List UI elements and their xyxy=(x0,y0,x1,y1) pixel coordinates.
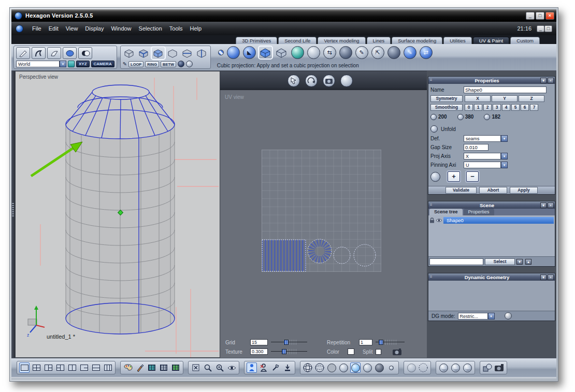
uv-snapshot-icon[interactable] xyxy=(323,75,335,87)
uv-head-icon[interactable] xyxy=(340,75,353,87)
grid-input[interactable] xyxy=(250,339,268,345)
cylindrical-projection-icon[interactable] xyxy=(275,47,288,59)
perspective-viewport[interactable]: Perspective view untitled_1 * xyxy=(15,71,220,358)
pen-tool-icon[interactable] xyxy=(16,47,30,59)
select-button[interactable]: Select xyxy=(485,258,515,265)
child-minimize-button[interactable]: _ xyxy=(537,25,544,32)
scene-filter-input[interactable] xyxy=(429,258,483,265)
symmetry-y-button[interactable]: Y xyxy=(492,95,518,102)
dg-mode-arrow-icon[interactable]: ▼ xyxy=(488,313,495,320)
display-textured-icon[interactable] xyxy=(350,362,361,373)
properties-close-icon[interactable]: × xyxy=(548,78,554,83)
scene-tree-row[interactable]: Shape0 xyxy=(429,216,554,224)
repetition-input[interactable] xyxy=(359,339,372,345)
layout-quad-view-icon[interactable] xyxy=(31,362,41,373)
split-checkbox[interactable] xyxy=(376,349,381,355)
pinning-axis-dropdown[interactable]: U ▼ xyxy=(464,162,508,168)
select-edges-icon[interactable] xyxy=(137,47,150,59)
camera-button[interactable]: CAMERA xyxy=(91,61,114,67)
menu-tools[interactable]: Tools xyxy=(166,24,186,33)
display-material-icon[interactable] xyxy=(362,362,372,373)
display-wireframe-icon[interactable] xyxy=(303,362,313,373)
properties-collapse-icon[interactable]: ▼ xyxy=(540,78,547,83)
gap-size-input[interactable] xyxy=(464,144,488,151)
scene-down-icon[interactable]: ▼ xyxy=(516,259,523,265)
name-input[interactable] xyxy=(464,86,547,93)
menu-help[interactable]: Help xyxy=(186,24,206,33)
material-sphere-icon[interactable] xyxy=(482,362,493,373)
display-dark-icon[interactable] xyxy=(374,362,384,373)
properties-header[interactable]: ≡ Properties ▼ × xyxy=(428,77,555,84)
layout-three-left-icon[interactable] xyxy=(55,362,65,373)
tab-second-life[interactable]: Second Life xyxy=(278,37,317,44)
tab-vertex-modeling[interactable]: Vertex modeling xyxy=(318,37,365,44)
lock-icon[interactable] xyxy=(429,217,435,223)
grid-slider[interactable] xyxy=(271,340,307,345)
smoothing-0-button[interactable]: 0 xyxy=(465,104,473,111)
transparency-icon[interactable] xyxy=(406,362,416,373)
betw-button[interactable]: BETW xyxy=(161,61,176,67)
symmetry-z-button[interactable]: Z xyxy=(519,95,544,102)
curve-tool-icon[interactable] xyxy=(32,47,46,59)
tab-surface-modeling[interactable]: Surface modeling xyxy=(392,37,442,44)
select-loop-icon[interactable] xyxy=(181,47,194,59)
smoothing-6-button[interactable]: 6 xyxy=(521,104,529,111)
unfold-tool-icon[interactable] xyxy=(291,46,304,59)
checker-material-icon[interactable] xyxy=(218,50,224,55)
stretch-tool-icon[interactable]: ⇱ xyxy=(371,46,384,59)
close-view-icon[interactable] xyxy=(191,362,201,373)
pen-paint-icon[interactable]: ✎ xyxy=(355,46,368,59)
uv-rotate-tool-icon[interactable] xyxy=(305,75,318,87)
layout-three-right-icon[interactable] xyxy=(43,362,53,373)
ellipse-tool-icon[interactable] xyxy=(63,47,77,59)
symmetry-map-icon[interactable]: ⇆ xyxy=(323,46,336,59)
texture-grid-green-icon[interactable] xyxy=(170,362,181,373)
layout-two-horizontal-icon[interactable] xyxy=(91,362,101,373)
paintbrush-icon[interactable] xyxy=(135,362,145,373)
arc-tool-icon[interactable] xyxy=(47,47,61,59)
smoothing-off-icon[interactable] xyxy=(438,362,449,373)
soft-selection-on-icon[interactable] xyxy=(186,61,193,67)
close-button[interactable]: × xyxy=(545,12,554,20)
tab-uv-paint[interactable]: UV & Paint xyxy=(473,37,509,44)
world-dropdown-arrow-icon[interactable]: ▼ xyxy=(60,61,66,67)
smoothing-button[interactable]: Smoothing xyxy=(430,104,463,111)
scene-up-icon[interactable]: ▲ xyxy=(525,259,531,265)
repetition-slider[interactable] xyxy=(376,340,405,345)
display-flat-icon[interactable] xyxy=(326,362,337,373)
color-swatch[interactable] xyxy=(348,349,354,355)
display-point-icon[interactable] xyxy=(386,362,396,373)
palette-icon[interactable] xyxy=(123,362,133,373)
smoothing-5-button[interactable]: 5 xyxy=(511,104,520,111)
scene-item-shape0[interactable]: Shape0 xyxy=(443,217,554,224)
remove-seam-button[interactable]: − xyxy=(466,171,479,182)
smoothing-medium-icon[interactable] xyxy=(450,362,461,373)
dg-indicator-icon[interactable] xyxy=(505,312,512,320)
manipulator-drop-icon[interactable] xyxy=(282,362,293,373)
smoothing-4-button[interactable]: 4 xyxy=(502,104,510,111)
tab-3d-primitives[interactable]: 3D Primitives xyxy=(236,37,277,44)
magnifier-icon[interactable] xyxy=(203,362,213,373)
smoothing-3-button[interactable]: 3 xyxy=(493,104,501,111)
maximize-button[interactable]: □ xyxy=(536,12,544,20)
tab-custom[interactable]: Custom xyxy=(510,37,540,44)
uv-move-tool-icon[interactable] xyxy=(288,75,300,87)
dg-close-icon[interactable]: × xyxy=(548,274,554,280)
abort-button[interactable]: Abort xyxy=(479,187,507,194)
eye-icon[interactable] xyxy=(436,218,442,223)
select-faces-icon[interactable] xyxy=(152,47,165,59)
child-restore-button[interactable]: □ xyxy=(544,25,552,32)
title-bar[interactable]: Hexagon Version 2.5.0.5 _ □ × xyxy=(11,9,556,22)
texture-grid-teal-icon[interactable] xyxy=(147,362,157,373)
select-points-icon[interactable] xyxy=(123,47,136,59)
tab-utilities[interactable]: Utilities xyxy=(443,37,472,44)
texture-input[interactable] xyxy=(250,349,268,355)
menu-edit[interactable]: Edit xyxy=(45,24,62,33)
tab-scene-tree[interactable]: Scene tree xyxy=(429,209,463,215)
layout-single-view-icon[interactable] xyxy=(19,362,30,373)
zoom-region-icon[interactable] xyxy=(214,362,225,373)
transfer-uv-icon[interactable]: ⇄ xyxy=(420,46,433,59)
cubic-projection-icon[interactable] xyxy=(259,47,272,59)
spherical-projection-icon[interactable] xyxy=(227,46,240,59)
paint-brush-icon[interactable]: ✎ xyxy=(404,46,416,59)
